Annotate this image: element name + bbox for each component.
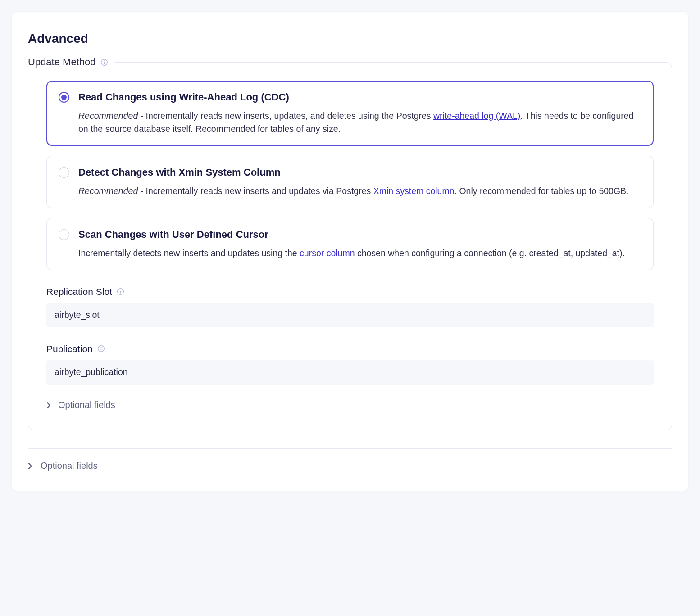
recommended-badge: Recommended <box>78 186 138 196</box>
info-icon[interactable] <box>97 345 105 353</box>
option-title-cursor: Scan Changes with User Defined Cursor <box>78 228 641 241</box>
update-method-fieldset: Update Method Read Changes using Write-A… <box>28 62 672 430</box>
optional-fields-toggle-outer[interactable]: Optional fields <box>28 459 98 471</box>
option-body: Scan Changes with User Defined Cursor In… <box>78 228 641 260</box>
option-body: Detect Changes with Xmin System Column R… <box>78 166 641 198</box>
publication-label: Publication <box>46 344 105 354</box>
option-title-cdc: Read Changes using Write-Ahead Log (CDC) <box>78 91 641 104</box>
replication-slot-group: Replication Slot <box>46 286 654 327</box>
wal-link[interactable]: write-ahead log (WAL) <box>433 111 520 121</box>
optional-fields-label: Optional fields <box>41 461 98 471</box>
option-desc-xmin: Recommended - Incrementally reads new in… <box>78 185 641 198</box>
publication-input[interactable] <box>46 360 654 385</box>
update-method-label: Update Method <box>28 56 95 68</box>
replication-slot-input[interactable] <box>46 303 654 327</box>
update-method-option-xmin[interactable]: Detect Changes with Xmin System Column R… <box>46 156 654 208</box>
svg-rect-8 <box>101 349 102 351</box>
svg-rect-2 <box>104 62 105 64</box>
xmin-link[interactable]: Xmin system column <box>373 186 455 196</box>
cursor-column-link[interactable]: cursor column <box>300 248 355 258</box>
chevron-right-icon <box>46 402 52 408</box>
publication-group: Publication <box>46 344 654 385</box>
optional-fields-toggle-inner[interactable]: Optional fields <box>46 398 115 412</box>
info-icon[interactable] <box>100 58 108 66</box>
info-icon[interactable] <box>117 288 125 296</box>
optional-fields-label: Optional fields <box>58 400 115 410</box>
option-body: Read Changes using Write-Ahead Log (CDC)… <box>78 91 641 136</box>
svg-rect-5 <box>120 291 121 294</box>
option-desc-cursor: Incrementally detects new inserts and up… <box>78 247 641 260</box>
option-desc-cdc: Recommended - Incrementally reads new in… <box>78 109 641 136</box>
svg-point-1 <box>104 60 105 61</box>
chevron-right-icon <box>28 463 33 468</box>
svg-point-4 <box>120 290 121 291</box>
option-title-xmin: Detect Changes with Xmin System Column <box>78 166 641 179</box>
advanced-panel: Advanced Update Method Read Changes usin… <box>12 12 688 491</box>
divider <box>28 448 672 449</box>
radio-cursor[interactable] <box>59 229 69 240</box>
update-method-option-cursor[interactable]: Scan Changes with User Defined Cursor In… <box>46 218 654 270</box>
update-method-option-cdc[interactable]: Read Changes using Write-Ahead Log (CDC)… <box>46 81 654 146</box>
radio-xmin[interactable] <box>59 167 69 178</box>
recommended-badge: Recommended <box>78 111 138 121</box>
section-title: Advanced <box>28 32 672 46</box>
radio-cdc[interactable] <box>59 92 69 103</box>
replication-slot-label: Replication Slot <box>46 286 125 297</box>
update-method-legend: Update Method <box>28 56 115 68</box>
svg-point-7 <box>101 347 102 348</box>
